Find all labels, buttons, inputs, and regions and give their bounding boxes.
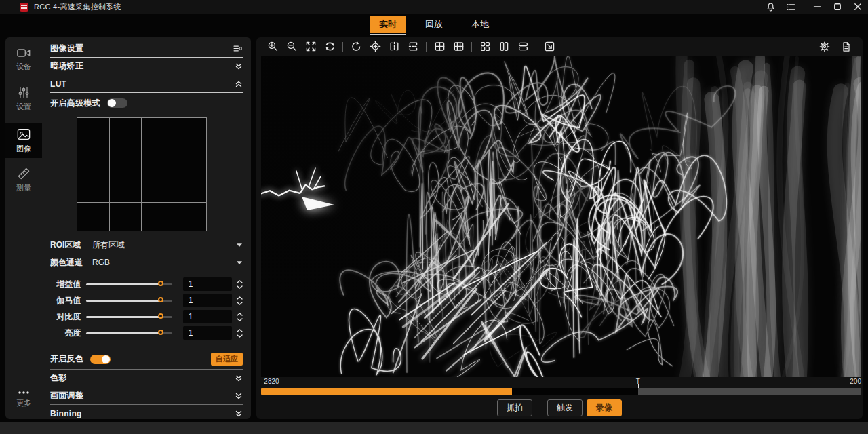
lut-grid-cell [110,146,142,175]
title-bar: RCC 4-高速采集控制系统 [0,0,868,14]
main-viewer-panel: -2820 T 200 抓拍 触发 录像 [256,37,863,419]
image-icon [16,127,31,141]
section-lut[interactable]: LUT [50,75,243,93]
layout-two-horizontal-icon[interactable] [513,39,532,54]
lut-grid-cell [142,203,174,231]
roi-row: ROI区域 所有区域 [50,237,243,253]
timeline-dark-segment [512,388,638,395]
grid-overlay-alt-icon[interactable] [449,39,468,54]
zoom-in-icon[interactable] [263,39,282,54]
adaptive-button[interactable]: 自适应 [211,353,243,366]
reset-view-icon[interactable] [320,39,339,54]
tab-live[interactable]: 实时 [370,16,406,33]
section-color[interactable]: 色彩 [50,370,243,387]
channel-label: 颜色通道 [50,257,90,269]
contrast-value-input[interactable]: 1 [183,310,232,323]
gamma-slider[interactable] [86,296,172,305]
close-icon[interactable] [848,0,868,14]
sidebar-item-label: 测量 [16,183,31,193]
rotate-view-icon[interactable] [347,39,366,54]
timeline-fill [261,388,512,395]
grid-overlay-icon[interactable] [430,39,449,54]
timeline-end-label: 200 [850,378,861,385]
lut-grid-cell [110,174,142,203]
sidebar-item-device[interactable]: 设备 [5,41,42,77]
panel-collapse-icon[interactable] [233,43,243,54]
brightness-value-input[interactable]: 1 [183,326,232,340]
sidebar-item-measure[interactable]: 测量 [5,162,42,197]
fit-screen-icon[interactable] [301,39,320,54]
chevron-double-down-icon [235,392,243,400]
contrast-slider[interactable] [86,312,172,321]
snapshot-button[interactable]: 抓拍 [497,399,532,416]
viewer-toolbar-groups [263,39,559,54]
chevron-double-down-icon [235,62,243,71]
gain-stepper[interactable] [237,280,243,289]
roi-dropdown[interactable]: 所有区域 [90,239,243,251]
gain-slider-row: 增益值 1 [50,276,243,292]
brightness-slider[interactable] [86,328,172,338]
tab-local[interactable]: 本地 [462,16,498,33]
panel-title: 图像设置 [50,43,83,54]
gain-slider[interactable] [86,279,172,289]
sidebar-item-setup[interactable]: 设置 [5,81,42,116]
gamma-stepper[interactable] [237,296,243,305]
side-nav: 设备 设置 图像 测量 更多 [5,37,42,419]
advanced-mode-label: 开启高级模式 [50,98,100,109]
brightness-stepper[interactable] [237,329,243,338]
mirror-horizontal-icon[interactable] [384,39,403,54]
invert-toggle[interactable] [90,355,111,364]
live-view-image[interactable] [261,56,861,377]
ruler-icon [17,167,31,180]
trigger-button[interactable]: 触发 [547,399,583,416]
channel-dropdown[interactable]: RGB [90,258,243,267]
app-title: RCC 4-高速采集控制系统 [34,2,121,12]
toolbar-separator [471,42,472,52]
more-dots-icon [17,390,31,395]
lut-grid-cell [174,203,207,231]
caret-down-icon [236,243,243,248]
left-panel: 设备 设置 图像 测量 更多 [5,37,251,419]
sidebar-item-label: 更多 [16,398,31,408]
lut-grid-cell [77,118,110,146]
tab-playback[interactable]: 回放 [416,16,452,33]
section-binning[interactable]: Binning [50,405,243,422]
bottom-status-bar [0,422,868,434]
notifications-bell-icon[interactable] [760,0,781,14]
settings-gear-icon[interactable] [815,39,834,54]
zoom-out-icon[interactable] [282,39,301,54]
lut-grid-cell [142,146,174,175]
layout-quad-icon[interactable] [475,39,494,54]
panel-header: 图像设置 [50,40,243,58]
minimize-icon[interactable] [807,0,827,14]
gain-value-input[interactable]: 1 [183,277,232,291]
center-target-icon[interactable] [366,39,384,54]
maximize-icon[interactable] [827,0,848,14]
lut-grid-cell [174,146,207,175]
main-tab-bar: 实时 回放 本地 [0,14,868,35]
record-button[interactable]: 录像 [587,399,622,416]
mirror-vertical-icon[interactable] [403,39,422,54]
lut-curve-grid[interactable] [77,117,207,231]
sidebar-item-image[interactable]: 图像 [5,123,42,158]
gamma-value-input[interactable]: 1 [183,294,232,307]
section-picture-adjust[interactable]: 画面调整 [50,387,243,405]
sidebar-item-more[interactable]: 更多 [5,384,42,414]
export-image-icon[interactable] [540,39,559,54]
layout-two-vertical-icon[interactable] [494,39,513,54]
lut-grid-cell [77,203,110,231]
advanced-mode-toggle[interactable] [107,98,127,108]
timeline-bar[interactable] [261,388,861,395]
section-dark-field[interactable]: 暗场矫正 [50,58,243,75]
sidebar-item-label: 图像 [16,144,31,154]
capture-actions: 抓拍 触发 录像 [256,399,863,416]
sliders-block: 增益值 1 伽马值 1 对比度 1 [50,276,243,341]
chevron-double-down-icon [235,374,243,382]
contrast-slider-row: 对比度 1 [50,309,243,325]
caret-down-icon [236,260,243,265]
lut-grid-cell [77,174,110,203]
task-list-icon[interactable] [781,0,801,14]
file-document-icon[interactable] [837,39,856,54]
video-camera-icon [16,47,31,59]
contrast-stepper[interactable] [237,313,243,321]
